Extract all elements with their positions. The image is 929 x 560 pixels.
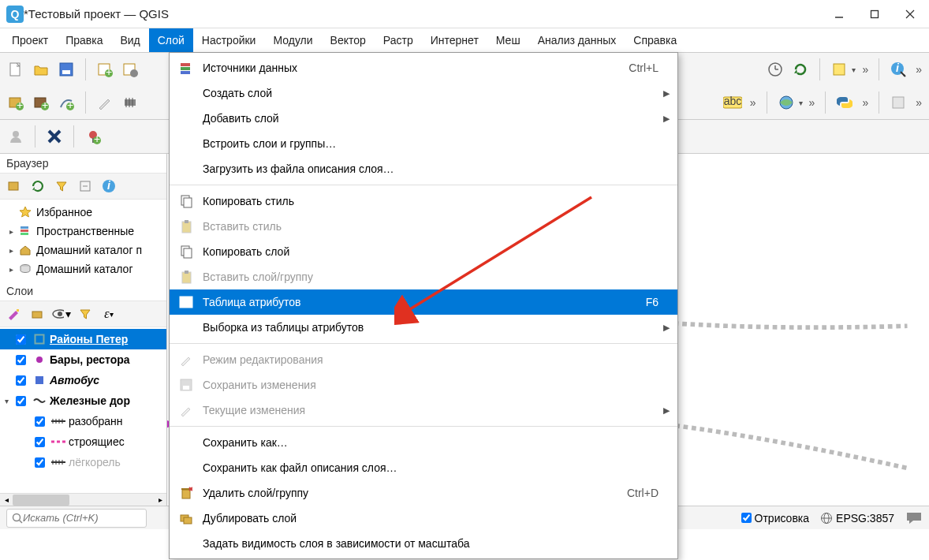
refresh-icon[interactable] bbox=[789, 58, 811, 80]
layer-visibility-checkbox[interactable] bbox=[16, 334, 26, 345]
menu-item[interactable]: Удалить слой/группуCtrl+D bbox=[170, 480, 677, 506]
menu-item[interactable]: Добавить слой▶ bbox=[170, 106, 677, 131]
browser-tree[interactable]: Избранное▸Пространственные▸Домашний ката… bbox=[0, 200, 166, 282]
identify-icon[interactable]: i bbox=[887, 58, 909, 80]
clock-icon[interactable] bbox=[764, 58, 786, 80]
render-checkbox-input[interactable] bbox=[741, 513, 752, 523]
open-icon[interactable] bbox=[30, 58, 52, 80]
menu-item[interactable]: Загрузить из файла описания слоя… bbox=[170, 156, 677, 181]
filter-icon[interactable] bbox=[76, 304, 95, 323]
menu-item[interactable]: Сохранить как файл описания слоя… bbox=[170, 455, 677, 480]
panel-icon[interactable] bbox=[887, 91, 909, 114]
expand-icon[interactable]: ▾ bbox=[5, 397, 14, 405]
menu-растр[interactable]: Растр bbox=[375, 28, 422, 52]
menu-item[interactable]: Встроить слои и группы… bbox=[170, 131, 677, 156]
menu-правка[interactable]: Правка bbox=[57, 28, 111, 52]
more-icon[interactable]: » bbox=[916, 96, 921, 109]
layer-item[interactable]: ▾Железные дор bbox=[0, 390, 166, 411]
more-icon[interactable]: » bbox=[916, 63, 921, 76]
close-button[interactable] bbox=[892, 0, 927, 28]
layer-visibility-checkbox[interactable] bbox=[16, 355, 26, 365]
more-icon[interactable]: » bbox=[750, 96, 756, 109]
layer-visibility-checkbox[interactable] bbox=[16, 396, 26, 406]
more-icon[interactable]: » bbox=[862, 63, 867, 76]
maximize-button[interactable] bbox=[856, 0, 892, 28]
browser-item[interactable]: ▸Домашний каталог bbox=[6, 259, 163, 278]
menu-item[interactable]: Сохранить как… bbox=[170, 430, 677, 455]
render-checkbox[interactable]: Отрисовка bbox=[741, 512, 810, 525]
add-layer-icon[interactable] bbox=[5, 177, 24, 196]
menu-item[interactable]: Копировать слой bbox=[170, 239, 677, 264]
layer-visibility-checkbox[interactable] bbox=[16, 375, 26, 386]
dropdown-arrow-icon[interactable]: ▾ bbox=[799, 99, 803, 107]
layers-tree[interactable]: Районы ПетерБары, рестораАвтобус▾Железны… bbox=[0, 327, 166, 493]
new-shapefile-icon[interactable]: + bbox=[55, 91, 77, 114]
menu-item[interactable]: Создать слой▶ bbox=[170, 80, 677, 106]
menu-меш[interactable]: Меш bbox=[487, 28, 529, 52]
dropdown-arrow-icon[interactable]: ▾ bbox=[852, 65, 856, 74]
add-group-icon[interactable] bbox=[28, 304, 47, 323]
browser-item[interactable]: ▸Пространственные bbox=[6, 222, 163, 241]
menu-item[interactable]: Задать видимость слоя в зависимости от м… bbox=[170, 531, 677, 556]
select-rect-icon[interactable] bbox=[828, 58, 850, 80]
new-layout-icon[interactable]: + bbox=[94, 58, 116, 80]
globe-icon[interactable] bbox=[775, 91, 797, 114]
add-vector-icon[interactable]: + bbox=[5, 91, 27, 114]
menu-вид[interactable]: Вид bbox=[111, 28, 148, 52]
abc-label-icon[interactable]: abc bbox=[722, 91, 744, 114]
browser-item[interactable]: Избранное bbox=[6, 203, 163, 222]
menu-item[interactable]: Дублировать слой bbox=[170, 506, 677, 531]
info-icon[interactable]: i bbox=[99, 177, 118, 196]
more-icon[interactable]: » bbox=[809, 96, 815, 109]
python-icon[interactable] bbox=[834, 91, 856, 114]
menu-настройки[interactable]: Настройки bbox=[193, 28, 265, 52]
menu-интернет[interactable]: Интернет bbox=[422, 28, 487, 52]
menu-item[interactable]: Копировать стиль bbox=[170, 189, 677, 214]
menu-анализ данных[interactable]: Анализ данных bbox=[529, 28, 625, 52]
layer-subitem[interactable]: разобранн bbox=[0, 411, 166, 431]
expand-icon[interactable]: ▸ bbox=[6, 246, 16, 255]
expression-icon[interactable]: ε▾ bbox=[99, 304, 118, 323]
new-project-icon[interactable] bbox=[5, 58, 27, 80]
refresh-icon[interactable] bbox=[28, 177, 47, 196]
crs-button[interactable]: EPSG:3857 bbox=[820, 512, 894, 525]
layer-item[interactable]: Бары, рестора bbox=[0, 349, 166, 370]
search-input[interactable] bbox=[23, 512, 141, 524]
layer-visibility-checkbox[interactable] bbox=[35, 457, 45, 468]
layer-visibility-checkbox[interactable] bbox=[35, 416, 45, 427]
layer-subitem[interactable]: лёгкорель bbox=[0, 452, 166, 472]
menu-слой[interactable]: Слой bbox=[149, 28, 193, 52]
messages-icon[interactable] bbox=[905, 511, 923, 525]
layer-visibility-checkbox[interactable] bbox=[35, 437, 45, 447]
minimize-button[interactable] bbox=[821, 0, 856, 28]
save-icon[interactable] bbox=[55, 58, 77, 80]
menu-справка[interactable]: Справка bbox=[625, 28, 685, 52]
search-box[interactable] bbox=[6, 509, 147, 528]
pin-icon[interactable]: + bbox=[82, 125, 104, 147]
style-icon[interactable] bbox=[5, 304, 24, 323]
horizontal-scrollbar[interactable]: ◂▸ bbox=[0, 493, 166, 506]
layer-item[interactable]: Автобус bbox=[0, 370, 166, 390]
menu-item[interactable]: Выборка из таблицы атрибутов▶ bbox=[170, 315, 677, 340]
layer-item[interactable]: Районы Петер bbox=[0, 329, 166, 349]
filter-icon[interactable] bbox=[52, 177, 71, 196]
x-icon[interactable] bbox=[43, 125, 65, 147]
menu-item[interactable]: Источники данныхCtrl+L bbox=[170, 55, 677, 80]
layer-menu-dropdown: Источники данныхCtrl+LСоздать слой▶Добав… bbox=[169, 52, 678, 559]
layer-subitem[interactable]: строящиес bbox=[0, 431, 166, 452]
menu-проект[interactable]: Проект bbox=[3, 28, 57, 52]
more-icon[interactable]: » bbox=[862, 96, 867, 109]
layout-manager-icon[interactable] bbox=[119, 58, 141, 80]
menu-вектор[interactable]: Вектор bbox=[322, 28, 375, 52]
browser-item[interactable]: ▸Домашний каталог п bbox=[6, 241, 163, 259]
add-raster-icon[interactable]: + bbox=[30, 91, 52, 114]
edit-pencil-icon[interactable] bbox=[94, 91, 116, 114]
expand-icon[interactable]: ▸ bbox=[6, 265, 16, 274]
menu-модули[interactable]: Модули bbox=[264, 28, 321, 52]
menu-item[interactable]: Таблица атрибутовF6 bbox=[170, 289, 677, 315]
collapse-icon[interactable] bbox=[76, 177, 95, 196]
visibility-icon[interactable]: ▾ bbox=[52, 304, 71, 323]
user-icon[interactable] bbox=[5, 125, 27, 147]
memory-icon[interactable] bbox=[119, 91, 141, 114]
expand-icon[interactable]: ▸ bbox=[6, 227, 16, 236]
